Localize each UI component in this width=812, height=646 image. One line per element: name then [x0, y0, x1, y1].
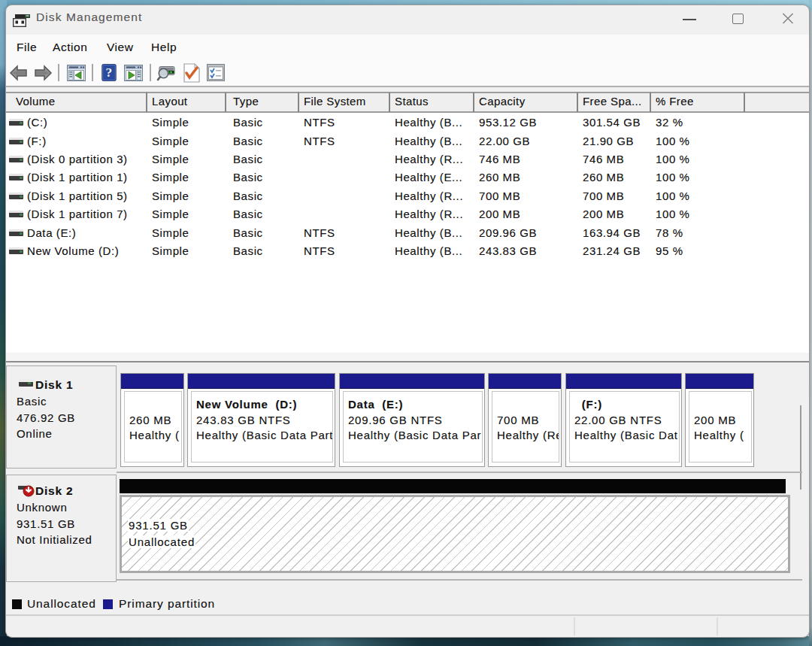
svg-text:?: ? — [106, 65, 113, 80]
